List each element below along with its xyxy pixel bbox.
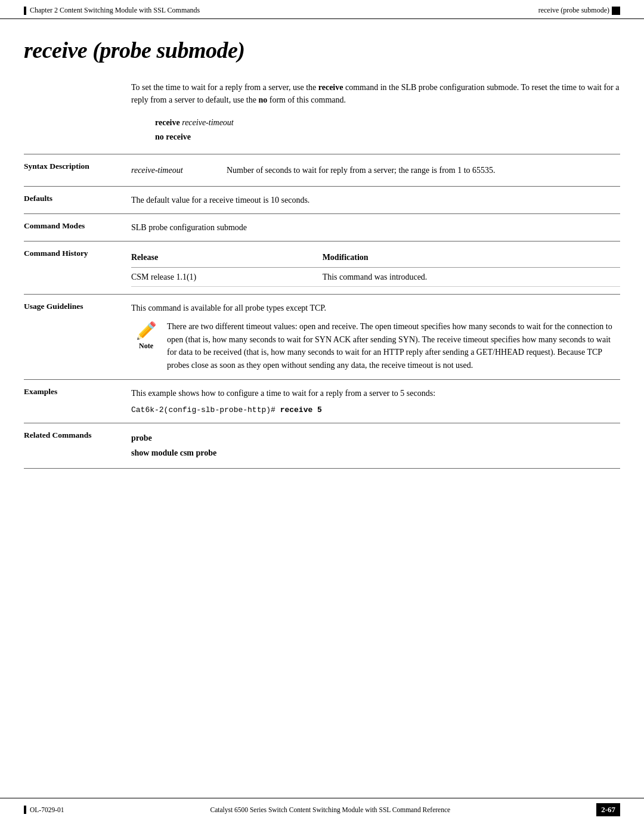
- cmd-no-receive: no receive: [155, 132, 191, 141]
- command-line-2: no receive: [155, 132, 620, 142]
- page-footer: OL-7029-01 Catalyst 6500 Series Switch C…: [0, 798, 644, 821]
- note-pencil-icon: ✏️: [136, 323, 157, 339]
- command-modes-label: Command Modes: [24, 214, 125, 241]
- header-page-label: receive (probe submode): [538, 6, 609, 15]
- related-commands-list: probeshow module csm probe: [131, 431, 620, 460]
- defaults-row: Defaults The default value for a receive…: [24, 187, 620, 214]
- header-bar-icon: [24, 7, 26, 15]
- note-text: There are two different timeout values: …: [167, 320, 620, 372]
- examples-label: Examples: [24, 379, 125, 423]
- related-commands-row: Related Commands probeshow module csm pr…: [24, 423, 620, 468]
- examples-content: This example shows how to configure a ti…: [125, 379, 620, 423]
- footer-ol-number: OL-7029-01: [30, 806, 64, 813]
- history-col-modification: Modification: [323, 249, 620, 268]
- history-modification: This command was introduced.: [323, 268, 620, 287]
- main-content: To set the time to wait for a reply from…: [0, 81, 644, 469]
- related-command-item: probe: [131, 431, 620, 445]
- intro-paragraph: To set the time to wait for a reply from…: [131, 81, 620, 106]
- page-title-area: receive (probe submode): [0, 19, 644, 81]
- cmd-receive-bold: receive: [155, 118, 180, 127]
- history-data-row: CSM release 1.1(1)This command was intro…: [131, 268, 620, 287]
- command-modes-content: SLB probe configuration submode: [125, 214, 620, 241]
- example-code-block: Cat6k-2(config-slb-probe-http)# receive …: [131, 404, 620, 416]
- syntax-param-description: Number of seconds to wait for reply from…: [227, 162, 620, 179]
- intro-text-1: To set the time to wait for a reply from…: [131, 83, 318, 92]
- command-line-1: receive receive-timeout: [155, 118, 620, 128]
- usage-guidelines-text: This command is available for all probe …: [131, 302, 620, 314]
- page-header: Chapter 2 Content Switching Module with …: [0, 0, 644, 19]
- footer-center: Catalyst 6500 Series Switch Content Swit…: [64, 806, 597, 813]
- command-modes-row: Command Modes SLB probe configuration su…: [24, 214, 620, 241]
- example-code-cmd: receive 5: [280, 405, 322, 414]
- header-left: Chapter 2 Content Switching Module with …: [24, 6, 200, 15]
- example-code-prefix: Cat6k-2(config-slb-probe-http)#: [131, 405, 280, 414]
- examples-row: Examples This example shows how to confi…: [24, 379, 620, 423]
- header-chapter-text: Chapter 2 Content Switching Module with …: [30, 6, 200, 15]
- history-col-release: Release: [131, 249, 323, 268]
- history-table-head: Release Modification: [131, 249, 620, 268]
- command-history-content: Release Modification CSM release 1.1(1)T…: [125, 241, 620, 295]
- footer-bar-icon: [24, 806, 26, 814]
- history-release: CSM release 1.1(1): [131, 268, 323, 287]
- command-syntax-block: receive receive-timeout no receive: [155, 118, 620, 142]
- note-label: Note: [139, 340, 153, 351]
- related-commands-content: probeshow module csm probe: [125, 423, 620, 468]
- note-block: ✏️ Note There are two different timeout …: [131, 320, 620, 372]
- intro-text-3: form of this command.: [267, 95, 346, 104]
- page-title: receive (probe submode): [24, 37, 620, 63]
- note-icon-area: ✏️ Note: [131, 320, 161, 351]
- history-header-row: Release Modification: [131, 249, 620, 268]
- defaults-content: The default value for a receive timeout …: [125, 187, 620, 214]
- related-command-item: show module csm probe: [131, 445, 620, 460]
- syntax-param-row: receive-timeout Number of seconds to wai…: [131, 162, 620, 179]
- intro-bold-no: no: [258, 95, 267, 104]
- usage-guidelines-label: Usage Guidelines: [24, 295, 125, 380]
- history-table-body: CSM release 1.1(1)This command was intro…: [131, 268, 620, 287]
- usage-guidelines-row: Usage Guidelines This command is availab…: [24, 295, 620, 380]
- defaults-label: Defaults: [24, 187, 125, 214]
- syntax-description-label: Syntax Description: [24, 154, 125, 187]
- command-history-row: Command History Release Modification CSM…: [24, 241, 620, 295]
- examples-text: This example shows how to configure a ti…: [131, 387, 620, 400]
- syntax-param-table: receive-timeout Number of seconds to wai…: [131, 162, 620, 179]
- syntax-description-content: receive-timeout Number of seconds to wai…: [125, 154, 620, 187]
- footer-left: OL-7029-01: [24, 806, 64, 814]
- related-commands-label: Related Commands: [24, 423, 125, 468]
- syntax-param-name: receive-timeout: [131, 162, 227, 179]
- sections-table: Syntax Description receive-timeout Numbe…: [24, 154, 620, 469]
- header-right: receive (probe submode): [538, 6, 620, 15]
- syntax-description-row: Syntax Description receive-timeout Numbe…: [24, 154, 620, 187]
- header-bar-right-icon: [612, 7, 620, 15]
- cmd-receive-timeout: receive-timeout: [180, 118, 234, 127]
- intro-bold-receive: receive: [318, 83, 343, 92]
- footer-page-number: 2-67: [596, 803, 620, 816]
- usage-guidelines-content: This command is available for all probe …: [125, 295, 620, 380]
- history-table: Release Modification CSM release 1.1(1)T…: [131, 249, 620, 287]
- command-history-label: Command History: [24, 241, 125, 295]
